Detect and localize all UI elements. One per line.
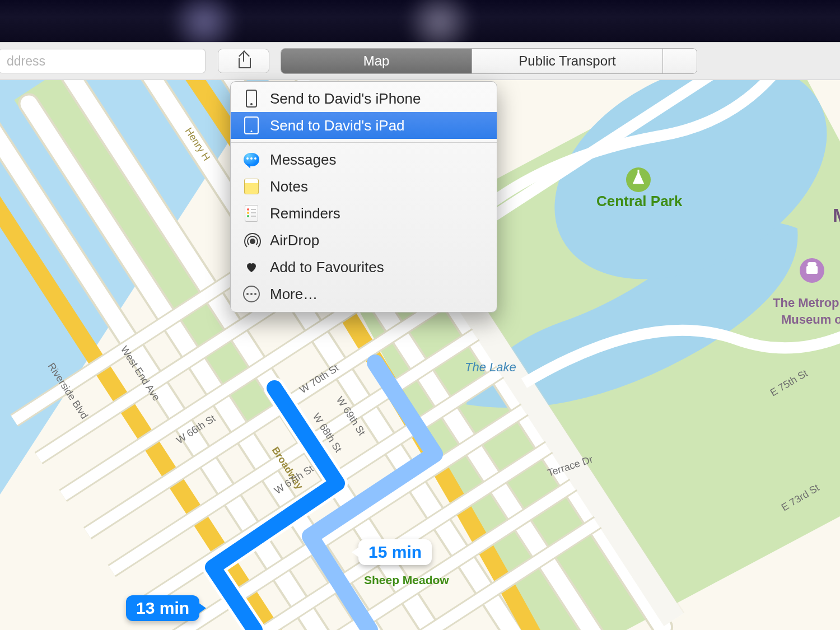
route-time-primary-text: 13 min — [136, 599, 189, 617]
label-central-park: Central Park — [596, 193, 683, 209]
route-time-alt[interactable]: 15 min — [358, 539, 432, 565]
share-menu: Send to David's iPhone Send to David's i… — [230, 81, 497, 312]
svg-rect-44 — [808, 262, 816, 267]
share-button[interactable] — [218, 49, 269, 73]
more-icon — [243, 286, 260, 302]
iphone-icon — [246, 90, 257, 108]
messages-icon — [244, 153, 259, 166]
menu-label: AirDrop — [270, 232, 319, 249]
route-time-primary[interactable]: 13 min — [126, 595, 199, 621]
segment-extra[interactable] — [663, 49, 697, 73]
menu-reminders[interactable]: Reminders — [231, 200, 497, 227]
ipad-icon — [244, 116, 259, 134]
menu-notes[interactable]: Notes — [231, 173, 497, 200]
menu-send-to-iphone[interactable]: Send to David's iPhone — [231, 85, 497, 112]
menu-label: More… — [270, 286, 318, 303]
heart-icon — [244, 260, 259, 274]
menu-send-to-ipad[interactable]: Send to David's iPad — [231, 112, 497, 139]
menu-airdrop[interactable]: AirDrop — [231, 227, 497, 254]
menu-label: Reminders — [270, 205, 340, 222]
map-mode-segmented-control: Map Public Transport — [281, 48, 697, 74]
segment-map[interactable]: Map — [281, 49, 472, 73]
menu-label: Notes — [270, 178, 308, 195]
label-met-1: The Metrop — [773, 296, 839, 310]
label-sheep-meadow: Sheep Meadow — [364, 573, 449, 586]
route-time-alt-text: 15 min — [368, 543, 422, 561]
svg-rect-43 — [806, 266, 818, 274]
page: ddress Map Public Transport — [0, 0, 840, 630]
segment-public-transport[interactable]: Public Transport — [472, 49, 663, 73]
airdrop-icon — [244, 232, 259, 248]
menu-more[interactable]: More… — [231, 281, 497, 307]
menu-separator — [231, 142, 497, 143]
notes-icon — [244, 179, 259, 194]
menu-messages[interactable]: Messages — [231, 146, 497, 173]
menu-label: Messages — [270, 151, 337, 169]
desktop-wallpaper-strip — [0, 0, 840, 42]
menu-label: Send to David's iPhone — [270, 90, 421, 108]
reminders-icon — [245, 205, 258, 222]
search-input[interactable]: ddress — [0, 49, 206, 73]
menu-label: Add to Favourites — [270, 259, 384, 276]
menu-label: Send to David's iPad — [270, 117, 405, 134]
label-met-2: Museum o — [781, 312, 840, 326]
share-icon — [237, 54, 250, 68]
menu-add-to-favourites[interactable]: Add to Favourites — [231, 254, 497, 281]
label-the-lake: The Lake — [465, 360, 516, 374]
toolbar: ddress Map Public Transport — [0, 42, 840, 80]
label-m: M — [833, 204, 840, 226]
